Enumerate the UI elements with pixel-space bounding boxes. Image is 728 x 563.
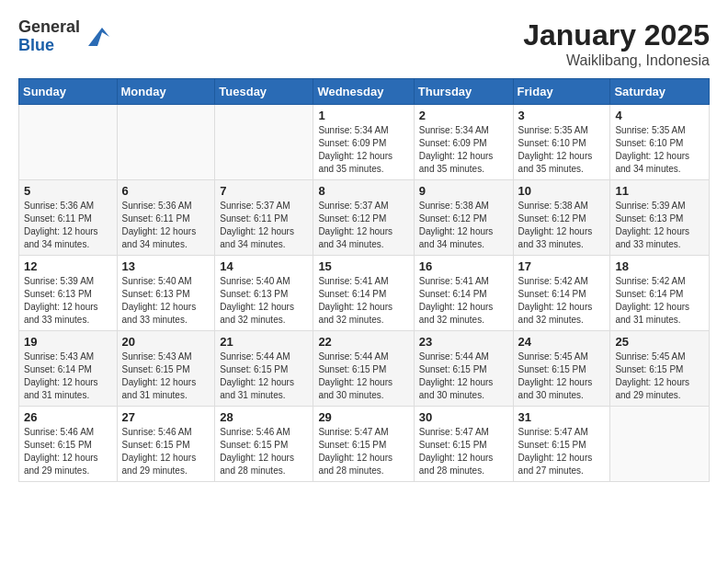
day-number: 16	[419, 259, 508, 273]
weekday-header-wednesday: Wednesday	[313, 79, 414, 105]
day-info: Sunrise: 5:37 AM Sunset: 6:11 PM Dayligh…	[220, 200, 308, 251]
day-info: Sunrise: 5:38 AM Sunset: 6:12 PM Dayligh…	[518, 200, 606, 251]
day-info: Sunrise: 5:41 AM Sunset: 6:14 PM Dayligh…	[318, 275, 408, 327]
day-number: 10	[518, 184, 606, 198]
calendar-week-5: 26Sunrise: 5:46 AM Sunset: 6:15 PM Dayli…	[19, 407, 710, 482]
calendar-cell: 12Sunrise: 5:39 AM Sunset: 6:13 PM Dayli…	[19, 256, 118, 331]
logo-icon	[84, 23, 111, 51]
day-info: Sunrise: 5:39 AM Sunset: 6:13 PM Dayligh…	[615, 200, 704, 251]
calendar-week-4: 19Sunrise: 5:43 AM Sunset: 6:14 PM Dayli…	[19, 331, 710, 407]
calendar-cell: 19Sunrise: 5:43 AM Sunset: 6:14 PM Dayli…	[19, 331, 118, 407]
logo: General Blue	[18, 18, 111, 55]
calendar-week-1: 1Sunrise: 5:34 AM Sunset: 6:09 PM Daylig…	[19, 105, 710, 180]
calendar-cell: 4Sunrise: 5:35 AM Sunset: 6:10 PM Daylig…	[610, 105, 710, 180]
day-number: 31	[518, 410, 606, 424]
day-info: Sunrise: 5:42 AM Sunset: 6:14 PM Dayligh…	[615, 275, 704, 327]
day-number: 17	[518, 259, 606, 273]
calendar-cell: 26Sunrise: 5:46 AM Sunset: 6:15 PM Dayli…	[19, 407, 118, 482]
day-number: 8	[318, 184, 408, 198]
day-info: Sunrise: 5:40 AM Sunset: 6:13 PM Dayligh…	[122, 275, 210, 327]
day-number: 22	[318, 335, 408, 349]
svg-marker-0	[88, 28, 109, 46]
day-info: Sunrise: 5:44 AM Sunset: 6:15 PM Dayligh…	[318, 350, 408, 402]
weekday-header-row: SundayMondayTuesdayWednesdayThursdayFrid…	[19, 79, 710, 105]
calendar-cell: 31Sunrise: 5:47 AM Sunset: 6:15 PM Dayli…	[513, 407, 610, 482]
day-number: 27	[122, 410, 210, 424]
day-info: Sunrise: 5:45 AM Sunset: 6:15 PM Dayligh…	[518, 350, 606, 402]
day-info: Sunrise: 5:46 AM Sunset: 6:15 PM Dayligh…	[24, 426, 112, 477]
calendar-cell: 15Sunrise: 5:41 AM Sunset: 6:14 PM Dayli…	[313, 256, 414, 331]
weekday-header-saturday: Saturday	[610, 79, 710, 105]
calendar-cell: 17Sunrise: 5:42 AM Sunset: 6:14 PM Dayli…	[513, 256, 610, 331]
day-number: 2	[419, 109, 508, 122]
location: Waiklibang, Indonesia	[523, 52, 710, 69]
day-number: 18	[615, 259, 704, 273]
day-number: 13	[122, 259, 210, 273]
calendar-cell	[19, 105, 118, 180]
calendar-table: SundayMondayTuesdayWednesdayThursdayFrid…	[18, 78, 710, 482]
day-number: 7	[220, 184, 308, 198]
day-info: Sunrise: 5:47 AM Sunset: 6:15 PM Dayligh…	[419, 426, 508, 477]
calendar-cell: 9Sunrise: 5:38 AM Sunset: 6:12 PM Daylig…	[414, 180, 513, 256]
logo-blue-text: Blue	[18, 37, 80, 55]
day-info: Sunrise: 5:43 AM Sunset: 6:15 PM Dayligh…	[122, 350, 210, 402]
day-number: 5	[24, 184, 112, 198]
calendar-cell: 2Sunrise: 5:34 AM Sunset: 6:09 PM Daylig…	[414, 105, 513, 180]
day-info: Sunrise: 5:35 AM Sunset: 6:10 PM Dayligh…	[518, 124, 606, 176]
calendar-cell: 16Sunrise: 5:41 AM Sunset: 6:14 PM Dayli…	[414, 256, 513, 331]
day-info: Sunrise: 5:46 AM Sunset: 6:15 PM Dayligh…	[122, 426, 210, 477]
day-number: 3	[518, 109, 606, 122]
day-info: Sunrise: 5:36 AM Sunset: 6:11 PM Dayligh…	[24, 200, 112, 251]
calendar-cell	[610, 407, 710, 482]
weekday-header-tuesday: Tuesday	[215, 79, 313, 105]
day-info: Sunrise: 5:47 AM Sunset: 6:15 PM Dayligh…	[318, 426, 408, 477]
day-number: 11	[615, 184, 704, 198]
weekday-header-friday: Friday	[513, 79, 610, 105]
calendar-cell: 22Sunrise: 5:44 AM Sunset: 6:15 PM Dayli…	[313, 331, 414, 407]
day-info: Sunrise: 5:42 AM Sunset: 6:14 PM Dayligh…	[518, 275, 606, 327]
day-info: Sunrise: 5:36 AM Sunset: 6:11 PM Dayligh…	[122, 200, 210, 251]
day-number: 15	[318, 259, 408, 273]
day-info: Sunrise: 5:45 AM Sunset: 6:15 PM Dayligh…	[615, 350, 704, 402]
calendar-cell: 25Sunrise: 5:45 AM Sunset: 6:15 PM Dayli…	[610, 331, 710, 407]
day-info: Sunrise: 5:43 AM Sunset: 6:14 PM Dayligh…	[24, 350, 112, 402]
calendar-cell: 14Sunrise: 5:40 AM Sunset: 6:13 PM Dayli…	[215, 256, 313, 331]
logo-general-text: General	[18, 18, 80, 37]
day-number: 26	[24, 410, 112, 424]
calendar-cell: 18Sunrise: 5:42 AM Sunset: 6:14 PM Dayli…	[610, 256, 710, 331]
day-info: Sunrise: 5:46 AM Sunset: 6:15 PM Dayligh…	[220, 426, 308, 477]
calendar-cell: 1Sunrise: 5:34 AM Sunset: 6:09 PM Daylig…	[313, 105, 414, 180]
calendar-cell: 5Sunrise: 5:36 AM Sunset: 6:11 PM Daylig…	[19, 180, 118, 256]
day-number: 25	[615, 335, 704, 349]
day-info: Sunrise: 5:34 AM Sunset: 6:09 PM Dayligh…	[318, 124, 408, 176]
day-number: 14	[220, 259, 308, 273]
day-info: Sunrise: 5:40 AM Sunset: 6:13 PM Dayligh…	[220, 275, 308, 327]
day-info: Sunrise: 5:44 AM Sunset: 6:15 PM Dayligh…	[220, 350, 308, 402]
calendar-week-2: 5Sunrise: 5:36 AM Sunset: 6:11 PM Daylig…	[19, 180, 710, 256]
day-number: 4	[615, 109, 704, 122]
day-info: Sunrise: 5:44 AM Sunset: 6:15 PM Dayligh…	[419, 350, 508, 402]
calendar-cell: 6Sunrise: 5:36 AM Sunset: 6:11 PM Daylig…	[117, 180, 215, 256]
day-number: 19	[24, 335, 112, 349]
day-number: 1	[318, 109, 408, 122]
calendar-cell: 27Sunrise: 5:46 AM Sunset: 6:15 PM Dayli…	[117, 407, 215, 482]
day-info: Sunrise: 5:39 AM Sunset: 6:13 PM Dayligh…	[24, 275, 112, 327]
weekday-header-monday: Monday	[117, 79, 215, 105]
calendar-cell: 10Sunrise: 5:38 AM Sunset: 6:12 PM Dayli…	[513, 180, 610, 256]
calendar-cell: 11Sunrise: 5:39 AM Sunset: 6:13 PM Dayli…	[610, 180, 710, 256]
day-number: 23	[419, 335, 508, 349]
calendar-cell: 29Sunrise: 5:47 AM Sunset: 6:15 PM Dayli…	[313, 407, 414, 482]
month-title: January 2025	[523, 18, 710, 52]
day-number: 20	[122, 335, 210, 349]
calendar-cell: 8Sunrise: 5:37 AM Sunset: 6:12 PM Daylig…	[313, 180, 414, 256]
calendar-cell: 23Sunrise: 5:44 AM Sunset: 6:15 PM Dayli…	[414, 331, 513, 407]
calendar-cell: 3Sunrise: 5:35 AM Sunset: 6:10 PM Daylig…	[513, 105, 610, 180]
title-area: January 2025 Waiklibang, Indonesia	[523, 18, 710, 69]
day-number: 24	[518, 335, 606, 349]
calendar-cell: 24Sunrise: 5:45 AM Sunset: 6:15 PM Dayli…	[513, 331, 610, 407]
day-info: Sunrise: 5:47 AM Sunset: 6:15 PM Dayligh…	[518, 426, 606, 477]
page-header: General Blue January 2025 Waiklibang, In…	[18, 18, 710, 69]
calendar-cell: 21Sunrise: 5:44 AM Sunset: 6:15 PM Dayli…	[215, 331, 313, 407]
calendar-cell: 20Sunrise: 5:43 AM Sunset: 6:15 PM Dayli…	[117, 331, 215, 407]
calendar-cell: 30Sunrise: 5:47 AM Sunset: 6:15 PM Dayli…	[414, 407, 513, 482]
